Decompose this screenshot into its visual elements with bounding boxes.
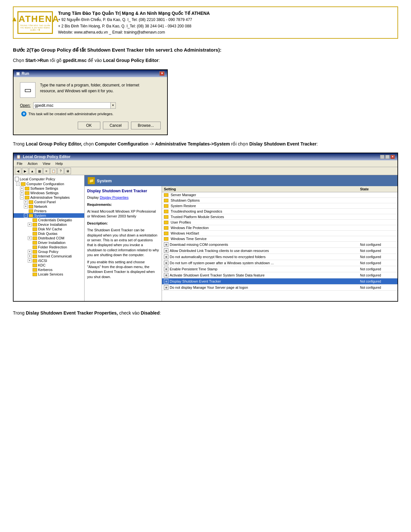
tree-label-kerberos: Kerberos bbox=[38, 268, 53, 272]
tree-item-iscsi[interactable]: + iSCSI bbox=[14, 258, 84, 263]
gpe-menu-help[interactable]: Help bbox=[54, 161, 65, 166]
setting-icon-download-com: ⊞ bbox=[164, 242, 168, 247]
tree-label-disk-quotas: Disk Quotas bbox=[38, 232, 57, 236]
tree-item-admin-templates[interactable]: − Administrative Templates bbox=[14, 195, 84, 200]
run-desc-line2: resource, and Windows will open it for y… bbox=[40, 88, 139, 94]
tree-item-disk-quotas[interactable]: Disk Quotas bbox=[14, 231, 84, 236]
expand-dist-com[interactable]: + bbox=[28, 236, 32, 240]
folder-icon-folderredir bbox=[33, 246, 37, 249]
tree-item-network[interactable]: + Network bbox=[14, 204, 84, 209]
run-open-label: Open: bbox=[20, 103, 31, 108]
setting-row-server-manager[interactable]: Server Manager bbox=[162, 192, 397, 198]
tree-item-dist-com[interactable]: + Distributed COM bbox=[14, 236, 84, 240]
tree-item-folder-redir[interactable]: Folder Redirection bbox=[14, 245, 84, 249]
run-title-left: ▣ Run bbox=[16, 71, 29, 76]
setting-row-tpm[interactable]: Trusted Platform Module Services bbox=[162, 214, 397, 220]
run-close-button[interactable]: ✕ bbox=[159, 71, 165, 76]
expand-admin-templates[interactable]: − bbox=[20, 196, 24, 199]
expand-control-panel[interactable]: + bbox=[24, 200, 28, 204]
setting-row-timestamp[interactable]: ⊞Enable Persistent Time Stamp Not config… bbox=[162, 266, 397, 272]
setting-row-wfp[interactable]: Windows File Protection bbox=[162, 225, 397, 231]
setting-name-tpm: Trusted Platform Module Services bbox=[171, 215, 224, 219]
tree-item-device[interactable]: + Device Installation bbox=[14, 222, 84, 227]
inst3-post: check vào bbox=[118, 310, 141, 316]
tree-item-credentials[interactable]: Credentials Delegatio bbox=[14, 218, 84, 222]
tree-item-computer-config[interactable]: − Computer Configuration bbox=[14, 182, 84, 186]
expand-device[interactable]: + bbox=[28, 223, 32, 226]
toolbar-help-button[interactable]: ? bbox=[57, 168, 64, 174]
setting-row-power[interactable]: ⊞Do not turn off system power after a Wi… bbox=[162, 260, 397, 266]
setting-row-display-tracker[interactable]: ⊞Display Shutdown Event Tracker Not conf… bbox=[162, 278, 397, 285]
run-dropdown-arrow[interactable]: ▼ bbox=[111, 102, 116, 109]
tree-item-printers[interactable]: Printers bbox=[14, 209, 84, 213]
gpe-menu-view[interactable]: View bbox=[41, 161, 52, 166]
setting-row-download-com[interactable]: ⊞Download missing COM components Not con… bbox=[162, 242, 397, 248]
tree-item-system[interactable]: − System bbox=[14, 213, 84, 218]
tree-item-driver[interactable]: Driver Installation bbox=[14, 240, 84, 245]
gpe-properties-link[interactable]: Display Properties bbox=[100, 196, 128, 199]
tree-label-windows-settings: Windows Settings bbox=[30, 191, 58, 195]
expand-computer-config[interactable]: − bbox=[16, 182, 20, 186]
tree-item-root[interactable]: Local Computer Policy bbox=[14, 176, 84, 182]
gpe-minimize-button[interactable]: _ bbox=[380, 155, 385, 159]
tree-item-locale[interactable]: Locale Services bbox=[14, 272, 84, 276]
toolbar-show-hide-button[interactable]: ▦ bbox=[36, 168, 43, 174]
expand-internet-comm[interactable]: + bbox=[28, 254, 32, 258]
tree-item-kerberos[interactable]: Kerberos bbox=[14, 267, 84, 272]
setting-icon-server-manager bbox=[164, 193, 168, 197]
run-command-input[interactable] bbox=[33, 102, 111, 109]
folder-icon-disknv bbox=[33, 227, 37, 231]
setting-row-shutdown-options[interactable]: Shutdown Options bbox=[162, 198, 397, 203]
tree-item-internet-comm[interactable]: + Internet Communicati bbox=[14, 254, 84, 258]
expand-network[interactable]: + bbox=[24, 205, 28, 208]
run-title-text: Run bbox=[22, 71, 29, 76]
run-buttons: OK Cancel Browse... bbox=[20, 122, 161, 129]
toolbar-properties-button[interactable]: 📋 bbox=[50, 168, 57, 174]
gpe-close-button[interactable]: ✕ bbox=[390, 155, 395, 159]
setting-row-activate-tracker[interactable]: ⊞Activate Shutdown Event Tracker System … bbox=[162, 272, 397, 278]
tree-item-kdc[interactable]: KDC bbox=[14, 263, 84, 267]
expand-group-policy[interactable]: + bbox=[28, 250, 32, 254]
setting-row-hotstart[interactable]: Windows HotStart bbox=[162, 231, 397, 236]
run-ok-button[interactable]: OK bbox=[78, 122, 100, 129]
tree-label-computer-config: Computer Configuration bbox=[26, 182, 64, 186]
tree-item-control-panel[interactable]: + Control Panel bbox=[14, 200, 84, 204]
inst1-end: : bbox=[158, 58, 160, 63]
setting-row-system-restore[interactable]: System Restore bbox=[162, 203, 397, 209]
inst3-target: Dislay Shutdown Event Tracker Properties… bbox=[26, 310, 118, 316]
setting-row-manage-server[interactable]: ⊞Do not display Manage Your Server page … bbox=[162, 285, 397, 291]
setting-row-wts[interactable]: Windows Time Service bbox=[162, 236, 397, 242]
tree-item-group-policy[interactable]: + Group Policy bbox=[14, 249, 84, 254]
tree-item-disk-nv[interactable]: Disk NV Cache bbox=[14, 227, 84, 231]
gpe-maximize-button[interactable]: □ bbox=[385, 155, 390, 159]
folder-icon-kerberos bbox=[33, 268, 37, 272]
req-text: At least Microsoft Windows XP Profession… bbox=[87, 209, 159, 219]
setting-name-download-com: Download missing COM components bbox=[170, 243, 228, 246]
expand-iscsi[interactable]: + bbox=[28, 259, 32, 263]
toolbar-extra-button[interactable]: 🖥 bbox=[65, 168, 71, 174]
toolbar-list-button[interactable]: ≡ bbox=[43, 168, 50, 174]
expand-windows-settings[interactable]: + bbox=[20, 191, 24, 195]
tree-item-software-settings[interactable]: + Software Settings bbox=[14, 186, 84, 191]
folder-icon-grouppolicy bbox=[33, 250, 37, 254]
tree-item-windows-settings[interactable]: + Windows Settings bbox=[14, 191, 84, 195]
gpe-menu-action[interactable]: Action bbox=[26, 161, 40, 166]
toolbar-forward-button[interactable]: ▶ bbox=[22, 168, 28, 174]
gpe-titlebar: 📋 Local Group Policy Editor _ □ ✕ bbox=[14, 153, 397, 160]
run-cancel-button[interactable]: Cancel bbox=[103, 122, 128, 129]
toolbar-back-button[interactable]: ◀ bbox=[15, 168, 21, 174]
expand-software-settings[interactable]: + bbox=[20, 186, 24, 190]
toolbar-up-button[interactable]: ▲ bbox=[29, 168, 35, 174]
setting-row-user-profiles[interactable]: User Profiles bbox=[162, 220, 397, 225]
setting-row-dlt[interactable]: ⊞Allow Distributed Link Tracking clients… bbox=[162, 248, 397, 254]
instruction2: Trong Local Group Policy Editor, chọn Co… bbox=[13, 140, 398, 147]
gpe-tree-panel: Local Computer Policy − Computer Configu… bbox=[14, 175, 85, 301]
setting-row-encrypt[interactable]: ⊞Do not automatically encrypt files move… bbox=[162, 254, 397, 260]
setting-icon-power: ⊞ bbox=[164, 261, 168, 265]
expand-system[interactable]: − bbox=[24, 214, 28, 217]
run-dialog: ▣ Run ✕ ▭ Type the name of a program, fo… bbox=[13, 69, 168, 135]
gpe-menu-file[interactable]: File bbox=[15, 161, 25, 166]
run-browse-button[interactable]: Browse... bbox=[131, 122, 161, 129]
setting-row-troubleshoot[interactable]: Troubleshooting and Diagnostics bbox=[162, 209, 397, 214]
tree-label-admin-templates: Administrative Templates bbox=[30, 196, 70, 199]
